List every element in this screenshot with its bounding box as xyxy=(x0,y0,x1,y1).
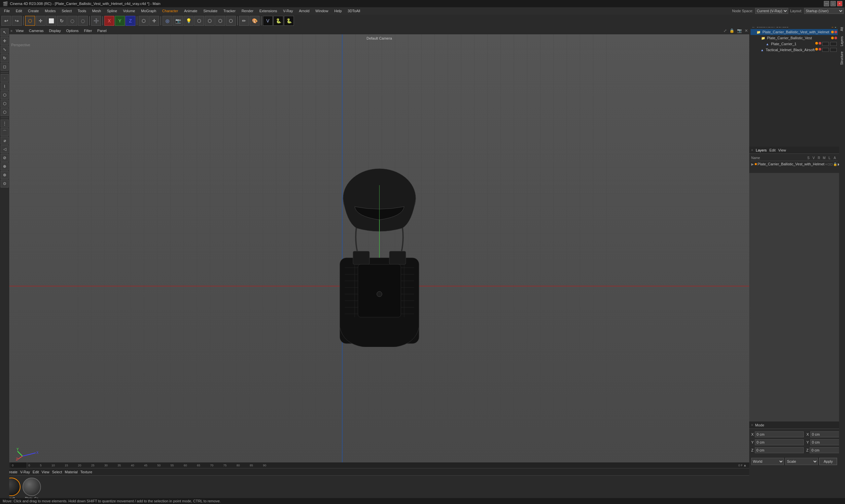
material-item-plate[interactable]: Plate_Ca xyxy=(22,478,41,500)
mat-menu-vray[interactable]: V-Ray xyxy=(20,470,30,474)
layer-solo-icon[interactable]: ○ xyxy=(825,162,827,166)
vray-btn[interactable]: V xyxy=(263,16,273,26)
scale-tool-left[interactable]: ⤡ xyxy=(1,46,8,53)
redo-button[interactable]: ↪ xyxy=(12,16,22,26)
move-tool-left[interactable]: ✛ xyxy=(1,37,8,45)
bulge-deformer[interactable]: ⊕ xyxy=(1,162,8,170)
deformer-btn[interactable]: ⬡ xyxy=(205,16,215,26)
reset-button[interactable]: ◌ xyxy=(67,16,77,26)
apply-button[interactable]: Apply xyxy=(819,458,837,465)
menu-window[interactable]: Window xyxy=(313,8,331,14)
viewport-ctrl-lock[interactable]: 🔒 xyxy=(729,29,734,33)
menu-arnold[interactable]: Arnold xyxy=(296,8,312,14)
object-mode-left[interactable]: ◻ xyxy=(1,63,8,71)
viewport-ctrl-close[interactable]: ✕ xyxy=(745,29,748,33)
menu-modes[interactable]: Modes xyxy=(42,8,58,14)
minimize-button[interactable]: — xyxy=(824,1,829,6)
shear-deformer[interactable]: ⊘ xyxy=(1,154,8,162)
mat-menu-edit[interactable]: Edit xyxy=(33,470,39,474)
vp-filter-menu[interactable]: Filter xyxy=(82,28,94,33)
python2-btn[interactable]: 🐍 xyxy=(284,16,294,26)
tab-layers-edit[interactable]: Edit xyxy=(769,148,776,152)
tree-row-helmet[interactable]: ▲ Tactical_Helmet_Black_Airsoft xyxy=(751,47,838,53)
twist-deformer[interactable]: ⌀ xyxy=(1,137,8,145)
layer-render-icon[interactable]: □ xyxy=(828,162,830,166)
point-mode[interactable]: · xyxy=(1,74,8,82)
material-btn[interactable]: ⬡ xyxy=(194,16,204,26)
light-btn[interactable]: 💡 xyxy=(183,16,194,26)
menu-character[interactable]: Character xyxy=(159,8,181,14)
tree-row-plate-carrier[interactable]: ▲ Plate_Carrier_1 xyxy=(751,41,838,47)
python-btn[interactable]: 🐍 xyxy=(274,16,283,26)
maximize-button[interactable]: □ xyxy=(830,1,836,6)
y-axis-button[interactable]: Y xyxy=(115,16,125,26)
viewport-ctrl-camera[interactable]: 📷 xyxy=(737,29,742,33)
model-mode-button[interactable]: ⬡ xyxy=(25,16,35,26)
move-button[interactable]: ✛ xyxy=(36,16,46,26)
scale-select[interactable]: Scale Size xyxy=(785,458,818,465)
menu-create[interactable]: Create xyxy=(25,8,41,14)
rotate-tool-left[interactable]: ↻ xyxy=(1,54,8,62)
mat-menu-texture[interactable]: Texture xyxy=(80,470,92,474)
edge-mode[interactable]: ⌇ xyxy=(1,83,8,90)
x-axis-button[interactable]: X xyxy=(104,16,114,26)
paint-btn[interactable]: 🎨 xyxy=(250,16,260,26)
reset2-button[interactable]: ◌ xyxy=(78,16,88,26)
nodespace-select[interactable]: Current (V-Ray) xyxy=(755,8,788,14)
undo-button[interactable]: ↩ xyxy=(1,16,11,26)
menu-help[interactable]: Help xyxy=(332,8,345,14)
world-select[interactable]: World Object xyxy=(751,458,784,465)
layer-lock-icon[interactable]: 🔒 xyxy=(833,162,837,166)
attr-tab-mode[interactable]: Mode xyxy=(755,423,764,427)
material-ball-plate[interactable] xyxy=(22,478,41,496)
move-tool[interactable]: ✛ xyxy=(149,16,159,26)
shatter-deformer[interactable]: ⊛ xyxy=(1,171,8,179)
scale-button[interactable]: ⬜ xyxy=(46,16,56,26)
close-button[interactable]: ✕ xyxy=(837,1,842,6)
pen-tool[interactable]: ✏ xyxy=(239,16,249,26)
menu-spline[interactable]: Spline xyxy=(104,8,120,14)
mat-menu-view[interactable]: View xyxy=(41,470,50,474)
layers-tab-side[interactable]: Layers xyxy=(839,34,845,49)
menu-edit[interactable]: Edit xyxy=(13,8,25,14)
mat-menu-select[interactable]: Select xyxy=(52,470,62,474)
tab-layers-view[interactable]: View xyxy=(778,148,786,152)
tree-row-vest-helmet[interactable]: 📁 Plate_Carrier_Ballistic_Vest_with_Helm… xyxy=(751,29,838,35)
mat-menu-material[interactable]: Material xyxy=(65,470,77,474)
menu-render[interactable]: Render xyxy=(239,8,256,14)
vp-panel-menu[interactable]: Panel xyxy=(95,28,109,33)
coord-x-pos[interactable] xyxy=(755,431,804,437)
viewport-ctrl-expand[interactable]: ⤢ xyxy=(723,29,727,33)
tab-layers[interactable]: Layers xyxy=(756,148,767,152)
spline-btn[interactable]: ⬡ xyxy=(215,16,225,26)
z-axis-button[interactable]: Z xyxy=(125,16,135,26)
bend-deformer[interactable]: ⌒ xyxy=(1,128,8,136)
vp-view-menu[interactable]: View xyxy=(14,28,26,33)
layers-row-main[interactable]: ▶ ■ Plate_Carrier_Ballistic_Vest_with_He… xyxy=(751,161,838,167)
menu-file[interactable]: File xyxy=(1,8,13,14)
structure-tab[interactable]: Structure xyxy=(839,49,845,68)
menu-animate[interactable]: Animate xyxy=(181,8,200,14)
coord-y-pos[interactable] xyxy=(755,439,804,445)
layer-viewport-icon[interactable]: □ xyxy=(830,162,832,166)
menu-vray[interactable]: V-Ray xyxy=(280,8,296,14)
menu-select[interactable]: Select xyxy=(59,8,75,14)
snap-tool[interactable]: ⋮ xyxy=(1,120,8,127)
generator-btn[interactable]: ⬡ xyxy=(226,16,236,26)
polygon-mode[interactable]: ⬡ xyxy=(1,91,8,99)
menu-simulate[interactable]: Simulate xyxy=(201,8,220,14)
menu-mograph[interactable]: MoGraph xyxy=(138,8,159,14)
viewport-3d[interactable]: Perspective Default Camera Grid Spacing … xyxy=(9,34,749,468)
timeline-ruler[interactable]: 0 0 5 10 15 20 25 30 35 40 45 50 55 60 6… xyxy=(9,463,749,468)
add-button[interactable]: ➕ xyxy=(91,16,101,26)
menu-3dtoall[interactable]: 3DToAll xyxy=(345,8,363,14)
taper-deformer[interactable]: ◁ xyxy=(1,145,8,153)
menu-volume[interactable]: Volume xyxy=(121,8,138,14)
menu-mesh[interactable]: Mesh xyxy=(89,8,104,14)
tree-row-vest[interactable]: 📁 Plate_Carrier_Ballistic_Vest xyxy=(751,35,838,41)
menu-extensions[interactable]: Extensions xyxy=(257,8,280,14)
layout-select[interactable]: Startup (User) xyxy=(804,8,844,14)
camera-btn[interactable]: 📷 xyxy=(173,16,183,26)
texture-mode[interactable]: ⬡ xyxy=(1,108,8,116)
arrow-tool[interactable]: ↖ xyxy=(1,29,8,36)
